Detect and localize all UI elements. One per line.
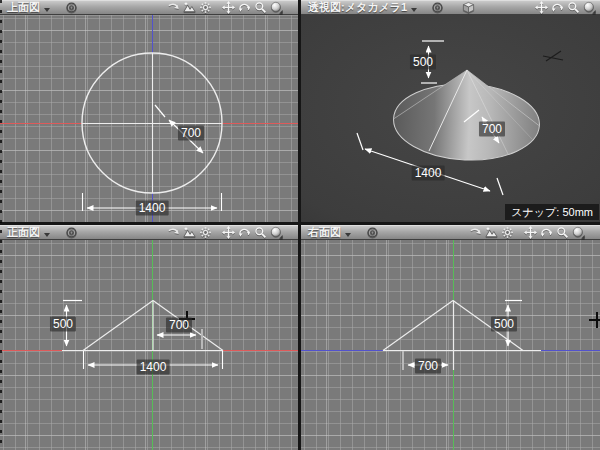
view-menu-arrow-icon[interactable] (411, 8, 417, 12)
pan-icon[interactable] (535, 1, 548, 14)
dim-label-radius: 700 (178, 126, 204, 141)
orbit-arrow-icon[interactable] (469, 226, 482, 239)
dim-label-diameter: 1400 (412, 166, 445, 181)
gear-icon[interactable] (501, 226, 514, 239)
viewport-front-header: 正面図 (0, 225, 298, 240)
viewport-perspective: 透視図:メタカメラ1 (301, 0, 600, 222)
rotate-icon[interactable] (238, 1, 251, 14)
view-target-icon[interactable] (65, 1, 78, 14)
dim-label-radius: 700 (479, 122, 505, 137)
zoom-icon[interactable] (567, 1, 580, 14)
cone-model[interactable] (392, 70, 541, 163)
viewport-title[interactable]: 透視図:メタカメラ1 (308, 1, 407, 14)
pan-icon[interactable] (222, 1, 235, 14)
viewport-perspective-header: 透視図:メタカメラ1 (301, 0, 600, 15)
dim-label-radius: 700 (415, 359, 441, 374)
dim-label-height: 500 (410, 55, 436, 70)
orbit-arrow-icon[interactable] (167, 226, 180, 239)
distant-axis-mark (543, 51, 563, 61)
viewport-top: 上面図 (0, 0, 298, 222)
view-target-icon[interactable] (431, 1, 444, 14)
window-edge (0, 0, 2, 450)
view-menu-arrow-icon[interactable] (44, 233, 50, 237)
top-view-canvas[interactable]: 700 1400 (0, 15, 298, 222)
viewport-right: 右面図 (301, 225, 600, 450)
sphere-icon[interactable] (583, 1, 596, 14)
sphere-icon[interactable] (270, 1, 283, 14)
view-target-icon[interactable] (65, 226, 78, 239)
mountains-icon[interactable] (183, 1, 196, 14)
dim-label-diameter: 1400 (136, 201, 169, 216)
gear-icon[interactable] (199, 1, 212, 14)
front-view-canvas[interactable]: 500 700 1400 (0, 240, 298, 450)
radius-leader-line (155, 105, 165, 117)
dim-tick (497, 178, 503, 195)
sphere-icon[interactable] (572, 226, 585, 239)
orbit-arrow-icon[interactable] (167, 1, 180, 14)
dim-label-width: 1400 (137, 360, 170, 375)
zoom-icon[interactable] (254, 1, 267, 14)
viewport-title[interactable]: 右面図 (308, 226, 341, 239)
rotate-icon[interactable] (238, 226, 251, 239)
mountains-icon[interactable] (183, 226, 196, 239)
sphere-icon[interactable] (270, 226, 283, 239)
viewport-title[interactable]: 正面図 (7, 226, 40, 239)
view-menu-arrow-icon[interactable] (345, 233, 351, 237)
gear-icon[interactable] (199, 226, 212, 239)
pan-icon[interactable] (524, 226, 537, 239)
cone-profile[interactable] (62, 301, 223, 351)
right-view-canvas[interactable]: 500 700 (301, 240, 600, 450)
cube-icon[interactable] (462, 1, 475, 14)
rotate-icon[interactable] (540, 226, 553, 239)
perspective-view-canvas[interactable]: 500 700 1400 スナップ: 50mm (301, 15, 600, 222)
snap-status-badge: スナップ: 50mm (505, 204, 599, 220)
cone-profile[interactable] (383, 301, 541, 371)
dim-tick (357, 133, 363, 150)
dim-label-radius: 700 (166, 318, 192, 333)
view-target-icon[interactable] (366, 226, 379, 239)
pan-icon[interactable] (222, 226, 235, 239)
rotate-icon[interactable] (551, 1, 564, 14)
dim-label-height: 500 (50, 317, 76, 332)
viewport-right-header: 右面図 (301, 225, 600, 240)
viewport-title[interactable]: 上面図 (7, 1, 40, 14)
view-menu-arrow-icon[interactable] (44, 8, 50, 12)
viewport-top-header: 上面図 (0, 0, 298, 15)
zoom-icon[interactable] (556, 226, 569, 239)
crosshair-cursor (589, 312, 600, 328)
modeler-window: 上面図 (0, 0, 600, 450)
viewport-front: 正面図 (0, 225, 298, 450)
zoom-icon[interactable] (254, 226, 267, 239)
dim-label-height: 500 (491, 317, 517, 332)
mountains-icon[interactable] (485, 226, 498, 239)
